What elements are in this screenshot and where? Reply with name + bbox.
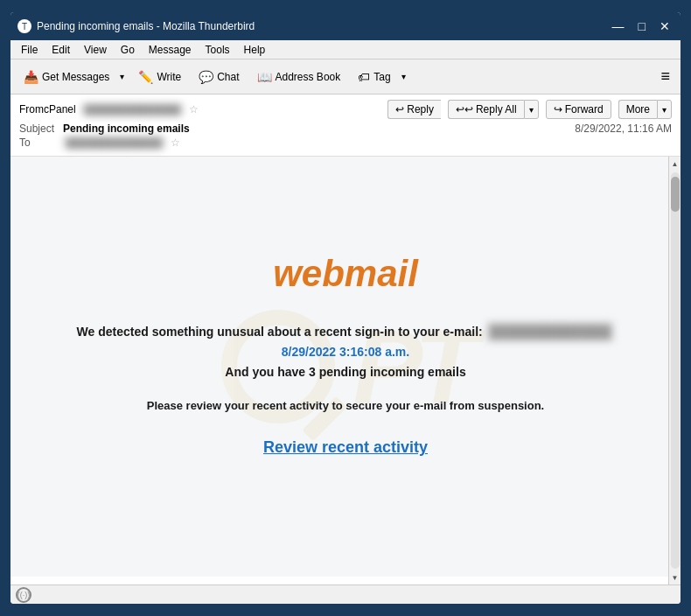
window-title: Pending incoming emails - Mozilla Thunde… [37, 20, 609, 32]
reply-dropdown: ↩ Reply [387, 100, 441, 119]
forward-icon: ↪ [554, 103, 562, 116]
reply-all-arrow[interactable]: ▾ [524, 100, 539, 119]
menu-edit[interactable]: Edit [45, 42, 77, 57]
get-messages-label: Get Messages [42, 71, 109, 83]
hamburger-menu[interactable]: ≡ [655, 64, 675, 89]
vertical-scrollbar[interactable]: ▲ ▼ [668, 157, 681, 584]
to-star-icon[interactable]: ☆ [171, 136, 180, 149]
tag-button[interactable]: 🏷 Tag [350, 66, 397, 88]
email-body-container: PT webmail We detected something unusual… [10, 157, 681, 584]
webmail-title: webmail [273, 253, 418, 295]
write-label: Write [157, 71, 181, 83]
subject-label: Subject [19, 122, 63, 135]
chat-icon: 💬 [199, 70, 213, 84]
address-book-icon: 📖 [257, 70, 272, 84]
menu-bar: File Edit View Go Message Tools Help [10, 40, 681, 60]
get-messages-arrow[interactable]: ▾ [116, 67, 129, 86]
close-button[interactable]: ✕ [656, 20, 674, 32]
review-activity-link[interactable]: Review recent activity [263, 438, 428, 457]
from-row: From cPanel ██████████████ ☆ [19, 103, 199, 116]
scroll-thumb[interactable] [671, 177, 680, 212]
email-content: webmail We detected something unusual ab… [74, 183, 617, 457]
email-notice: We detected something unusual about a re… [74, 321, 617, 382]
scroll-up-arrow[interactable]: ▲ [669, 157, 681, 171]
app-icon: T [17, 19, 31, 33]
address-book-label: Address Book [276, 71, 341, 83]
menu-message[interactable]: Message [142, 42, 199, 57]
address-book-button[interactable]: 📖 Address Book [249, 66, 349, 88]
toolbar: 📥 Get Messages ▾ ✏️ Write 💬 Chat 📖 Addre… [10, 60, 681, 94]
write-button[interactable]: ✏️ Write [130, 66, 189, 88]
to-email-blurred: ██████████████ [63, 136, 165, 149]
subject-value: Pending incoming emails [63, 122, 319, 135]
reply-all-icon: ↩↩ [456, 103, 473, 116]
email-header: From cPanel ██████████████ ☆ ↩ Reply ↩↩ … [10, 94, 681, 157]
email-meta-right: ↩ Reply ↩↩ Reply All ▾ ↪ Forward [387, 100, 672, 119]
maximize-button[interactable]: □ [635, 20, 649, 32]
reply-label: Reply [407, 103, 434, 116]
more-dropdown: More ▾ [618, 100, 672, 119]
more-arrow[interactable]: ▾ [657, 100, 672, 119]
scroll-track[interactable] [671, 172, 680, 569]
get-messages-dropdown: 📥 Get Messages ▾ [16, 66, 129, 88]
subject-row: Subject Pending incoming emails 8/29/202… [19, 122, 672, 135]
reply-all-dropdown: ↩↩ Reply All ▾ [448, 100, 539, 119]
status-signal-icon: ((·)) [17, 591, 31, 599]
notice-datetime: 8/29/2022 3:16:08 a.m. [282, 345, 409, 359]
header-top-row: From cPanel ██████████████ ☆ ↩ Reply ↩↩ … [19, 100, 672, 119]
more-label: More [626, 103, 650, 116]
get-messages-icon: 📥 [24, 70, 38, 84]
tag-dropdown: 🏷 Tag ▾ [350, 66, 409, 88]
tag-label: Tag [373, 71, 390, 83]
reply-icon: ↩ [395, 103, 404, 116]
notice-text-1: We detected something unusual about a re… [77, 325, 483, 339]
reply-all-button[interactable]: ↩↩ Reply All [448, 100, 524, 119]
reply-button[interactable]: ↩ Reply [387, 100, 441, 119]
title-bar: T Pending incoming emails - Mozilla Thun… [10, 12, 681, 40]
forward-button[interactable]: ↪ Forward [546, 100, 611, 119]
chat-label: Chat [217, 71, 239, 83]
from-email-blurred: ██████████████ [81, 103, 184, 116]
menu-help[interactable]: Help [237, 42, 273, 57]
status-bar: ((·)) [10, 584, 681, 604]
minimize-button[interactable]: — [609, 20, 628, 32]
email-body: PT webmail We detected something unusual… [10, 157, 681, 577]
get-messages-button[interactable]: 📥 Get Messages [16, 66, 116, 88]
reply-all-label: Reply All [476, 103, 517, 116]
timestamp: 8/29/2022, 11:16 AM [575, 122, 672, 135]
more-button[interactable]: More [618, 100, 657, 119]
main-window: T Pending incoming emails - Mozilla Thun… [9, 10, 682, 606]
tag-icon: 🏷 [358, 70, 370, 84]
forward-label: Forward [565, 103, 604, 116]
menu-file[interactable]: File [14, 42, 45, 57]
menu-go[interactable]: Go [114, 42, 142, 57]
scroll-down-arrow[interactable]: ▼ [669, 570, 681, 584]
window-controls: — □ ✕ [609, 20, 674, 32]
to-row: To ██████████████ ☆ [19, 136, 672, 149]
notice-email: ██████████████ [486, 321, 615, 342]
menu-tools[interactable]: Tools [199, 42, 237, 57]
chat-button[interactable]: 💬 Chat [191, 66, 247, 88]
notice-text-3: And you have 3 pending incoming emails [225, 365, 465, 379]
from-star-icon[interactable]: ☆ [189, 103, 199, 116]
secure-notice: Please review your recent activity to se… [147, 399, 544, 412]
tag-arrow[interactable]: ▾ [398, 67, 410, 86]
status-icon: ((·)) [16, 587, 31, 603]
from-label: From [19, 103, 44, 116]
to-label: To [19, 136, 63, 149]
write-icon: ✏️ [138, 70, 153, 84]
from-value: cPanel [44, 103, 76, 116]
menu-view[interactable]: View [77, 42, 114, 57]
